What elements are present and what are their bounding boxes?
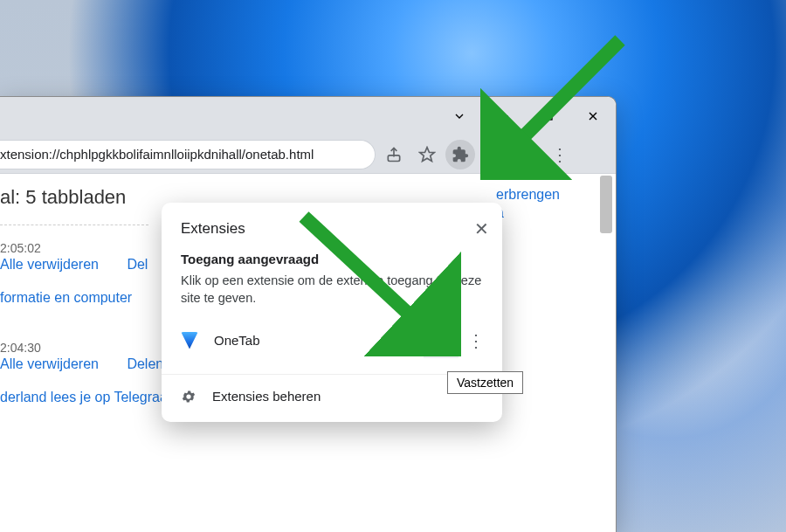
link-fragment-delen: Del	[127, 257, 148, 272]
extension-more-icon[interactable]: ⋮	[458, 323, 493, 358]
share-icon[interactable]	[379, 140, 409, 169]
address-bar[interactable]: xtension://chphlpgkkbolifaimnlloiipkdnih…	[0, 140, 376, 169]
manage-extensions-label: Extensies beheren	[212, 389, 321, 404]
scrollbar-thumb[interactable]	[600, 176, 612, 233]
svg-marker-5	[420, 147, 435, 161]
annotation-arrow-1	[480, 31, 638, 180]
popup-close-icon[interactable]: ✕	[471, 218, 492, 239]
gear-icon	[181, 389, 196, 404]
onetab-icon	[181, 332, 198, 349]
url-text: xtension://chphlpgkkbolifaimnlloiipkdnih…	[0, 147, 314, 162]
svg-line-9	[507, 40, 620, 154]
link-fragment-tail[interactable]: a	[496, 204, 560, 223]
link-delete-all-1[interactable]: Alle verwijderen	[0, 257, 99, 272]
link-info-computer[interactable]: formatie en computer	[0, 290, 132, 305]
annotation-arrow-2	[286, 208, 461, 356]
bookmark-star-icon[interactable]	[412, 140, 442, 169]
link-telegraaf[interactable]: derland lees je op Telegraaf.nl	[0, 390, 186, 404]
tooltip-text: Vastzetten	[457, 376, 514, 390]
link-delete-all-2[interactable]: Alle verwijderen	[0, 356, 99, 371]
extensions-puzzle-icon[interactable]	[445, 140, 475, 169]
tab-search-chevron-icon[interactable]	[445, 100, 474, 132]
popup-title: Extensies	[181, 220, 245, 238]
link-fragment[interactable]: erbrengen	[496, 186, 560, 204]
pin-tooltip: Vastzetten	[447, 371, 523, 394]
svg-line-10	[304, 217, 426, 330]
